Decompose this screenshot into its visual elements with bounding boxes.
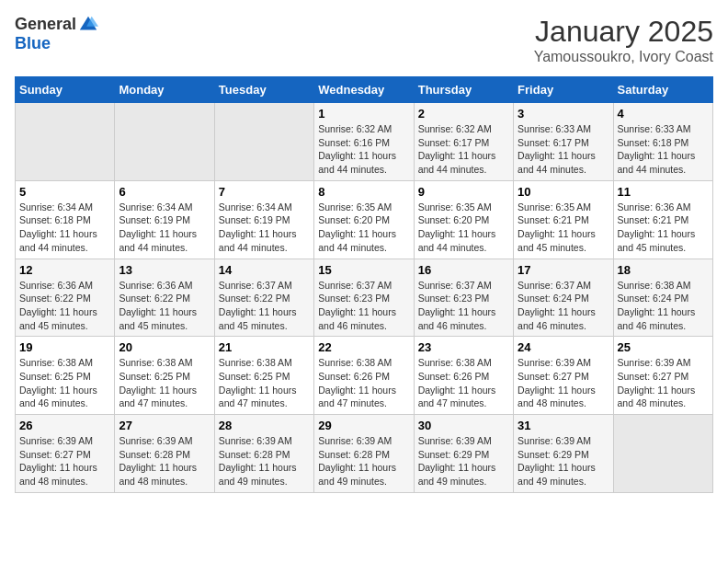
day-header-wednesday: Wednesday	[314, 77, 414, 103]
calendar-cell: 19Sunrise: 6:38 AM Sunset: 6:25 PM Dayli…	[16, 337, 115, 415]
calendar-subtitle: Yamoussoukro, Ivory Coast	[534, 49, 713, 65]
day-info: Sunrise: 6:36 AM Sunset: 6:21 PM Dayligh…	[618, 201, 709, 255]
calendar-cell: 17Sunrise: 6:37 AM Sunset: 6:24 PM Dayli…	[514, 259, 613, 337]
day-info: Sunrise: 6:39 AM Sunset: 6:28 PM Dayligh…	[119, 434, 210, 488]
day-header-row: SundayMondayTuesdayWednesdayThursdayFrid…	[16, 77, 713, 103]
day-info: Sunrise: 6:35 AM Sunset: 6:20 PM Dayligh…	[418, 201, 509, 255]
calendar-title: January 2025	[534, 15, 713, 49]
day-info: Sunrise: 6:36 AM Sunset: 6:22 PM Dayligh…	[119, 279, 210, 333]
week-row-5: 26Sunrise: 6:39 AM Sunset: 6:27 PM Dayli…	[16, 415, 713, 493]
day-info: Sunrise: 6:39 AM Sunset: 6:28 PM Dayligh…	[318, 434, 409, 488]
calendar-cell: 31Sunrise: 6:39 AM Sunset: 6:29 PM Dayli…	[514, 415, 613, 493]
day-info: Sunrise: 6:37 AM Sunset: 6:22 PM Dayligh…	[219, 279, 310, 333]
week-row-3: 12Sunrise: 6:36 AM Sunset: 6:22 PM Dayli…	[16, 259, 713, 337]
day-header-monday: Monday	[115, 77, 214, 103]
logo: General Blue	[15, 15, 98, 53]
calendar-cell: 27Sunrise: 6:39 AM Sunset: 6:28 PM Dayli…	[115, 415, 214, 493]
calendar-cell: 24Sunrise: 6:39 AM Sunset: 6:27 PM Dayli…	[514, 337, 613, 415]
calendar-cell: 20Sunrise: 6:38 AM Sunset: 6:25 PM Dayli…	[115, 337, 214, 415]
calendar-cell: 2Sunrise: 6:32 AM Sunset: 6:17 PM Daylig…	[414, 103, 513, 181]
calendar-cell: 6Sunrise: 6:34 AM Sunset: 6:19 PM Daylig…	[115, 180, 214, 259]
day-number: 8	[318, 185, 409, 199]
day-number: 22	[318, 340, 409, 354]
calendar-cell: 28Sunrise: 6:39 AM Sunset: 6:28 PM Dayli…	[214, 415, 313, 493]
logo-general: General	[15, 16, 76, 34]
logo-blue: Blue	[15, 35, 51, 53]
day-number: 30	[418, 419, 509, 432]
day-number: 21	[219, 340, 310, 354]
day-number: 28	[219, 419, 310, 432]
title-block: January 2025 Yamoussoukro, Ivory Coast	[534, 15, 713, 65]
day-number: 17	[518, 263, 609, 277]
day-info: Sunrise: 6:39 AM Sunset: 6:29 PM Dayligh…	[418, 434, 509, 488]
day-number: 4	[618, 107, 709, 121]
day-info: Sunrise: 6:38 AM Sunset: 6:25 PM Dayligh…	[219, 356, 310, 410]
day-number: 14	[219, 263, 310, 277]
day-header-friday: Friday	[514, 77, 613, 103]
day-number: 18	[618, 263, 709, 277]
day-info: Sunrise: 6:37 AM Sunset: 6:24 PM Dayligh…	[518, 279, 609, 333]
day-info: Sunrise: 6:38 AM Sunset: 6:26 PM Dayligh…	[318, 356, 409, 410]
day-number: 13	[119, 263, 210, 277]
calendar-cell: 23Sunrise: 6:38 AM Sunset: 6:26 PM Dayli…	[414, 337, 513, 415]
day-info: Sunrise: 6:34 AM Sunset: 6:19 PM Dayligh…	[219, 201, 310, 255]
calendar-cell	[16, 103, 115, 181]
page-header: General Blue January 2025 Yamoussoukro, …	[15, 15, 713, 65]
day-info: Sunrise: 6:38 AM Sunset: 6:25 PM Dayligh…	[119, 356, 210, 410]
day-number: 26	[19, 419, 110, 432]
day-number: 29	[318, 419, 409, 432]
calendar-cell: 8Sunrise: 6:35 AM Sunset: 6:20 PM Daylig…	[314, 180, 414, 259]
calendar-cell: 21Sunrise: 6:38 AM Sunset: 6:25 PM Dayli…	[214, 337, 313, 415]
day-info: Sunrise: 6:39 AM Sunset: 6:29 PM Dayligh…	[518, 434, 609, 488]
calendar-cell: 29Sunrise: 6:39 AM Sunset: 6:28 PM Dayli…	[314, 415, 414, 493]
calendar-cell: 22Sunrise: 6:38 AM Sunset: 6:26 PM Dayli…	[314, 337, 414, 415]
day-info: Sunrise: 6:39 AM Sunset: 6:27 PM Dayligh…	[19, 434, 110, 488]
calendar-cell: 9Sunrise: 6:35 AM Sunset: 6:20 PM Daylig…	[414, 180, 513, 259]
day-number: 12	[19, 263, 110, 277]
day-info: Sunrise: 6:35 AM Sunset: 6:21 PM Dayligh…	[518, 201, 609, 255]
day-number: 24	[518, 340, 609, 354]
day-number: 16	[418, 263, 509, 277]
calendar-cell: 13Sunrise: 6:36 AM Sunset: 6:22 PM Dayli…	[115, 259, 214, 337]
day-header-sunday: Sunday	[16, 77, 115, 103]
calendar-cell: 1Sunrise: 6:32 AM Sunset: 6:16 PM Daylig…	[314, 103, 414, 181]
calendar-cell: 4Sunrise: 6:33 AM Sunset: 6:18 PM Daylig…	[613, 103, 712, 181]
day-info: Sunrise: 6:38 AM Sunset: 6:26 PM Dayligh…	[418, 356, 509, 410]
week-row-4: 19Sunrise: 6:38 AM Sunset: 6:25 PM Dayli…	[16, 337, 713, 415]
day-number: 7	[219, 185, 310, 199]
day-number: 27	[119, 419, 210, 432]
day-number: 31	[518, 419, 609, 432]
calendar-cell: 25Sunrise: 6:39 AM Sunset: 6:27 PM Dayli…	[613, 337, 712, 415]
calendar-cell: 7Sunrise: 6:34 AM Sunset: 6:19 PM Daylig…	[214, 180, 313, 259]
day-number: 1	[318, 107, 409, 121]
day-header-thursday: Thursday	[414, 77, 513, 103]
calendar-cell	[214, 103, 313, 181]
calendar-cell: 3Sunrise: 6:33 AM Sunset: 6:17 PM Daylig…	[514, 103, 613, 181]
day-info: Sunrise: 6:39 AM Sunset: 6:27 PM Dayligh…	[518, 356, 609, 410]
day-info: Sunrise: 6:32 AM Sunset: 6:17 PM Dayligh…	[418, 122, 509, 177]
calendar-cell	[613, 415, 712, 493]
day-info: Sunrise: 6:33 AM Sunset: 6:18 PM Dayligh…	[618, 122, 709, 177]
day-number: 11	[618, 185, 709, 199]
day-number: 6	[119, 185, 210, 199]
day-info: Sunrise: 6:33 AM Sunset: 6:17 PM Dayligh…	[518, 122, 609, 177]
day-info: Sunrise: 6:39 AM Sunset: 6:27 PM Dayligh…	[618, 356, 709, 410]
day-number: 23	[418, 340, 509, 354]
day-header-tuesday: Tuesday	[214, 77, 313, 103]
day-number: 9	[418, 185, 509, 199]
day-number: 3	[518, 107, 609, 121]
calendar-cell: 10Sunrise: 6:35 AM Sunset: 6:21 PM Dayli…	[514, 180, 613, 259]
day-number: 19	[19, 340, 110, 354]
logo-icon	[78, 15, 98, 35]
day-info: Sunrise: 6:37 AM Sunset: 6:23 PM Dayligh…	[418, 279, 509, 333]
calendar-cell: 11Sunrise: 6:36 AM Sunset: 6:21 PM Dayli…	[613, 180, 712, 259]
day-info: Sunrise: 6:37 AM Sunset: 6:23 PM Dayligh…	[318, 279, 409, 333]
calendar-cell: 12Sunrise: 6:36 AM Sunset: 6:22 PM Dayli…	[16, 259, 115, 337]
week-row-1: 1Sunrise: 6:32 AM Sunset: 6:16 PM Daylig…	[16, 103, 713, 181]
day-info: Sunrise: 6:38 AM Sunset: 6:25 PM Dayligh…	[19, 356, 110, 410]
day-number: 20	[119, 340, 210, 354]
calendar-cell: 16Sunrise: 6:37 AM Sunset: 6:23 PM Dayli…	[414, 259, 513, 337]
day-info: Sunrise: 6:39 AM Sunset: 6:28 PM Dayligh…	[219, 434, 310, 488]
calendar-cell: 15Sunrise: 6:37 AM Sunset: 6:23 PM Dayli…	[314, 259, 414, 337]
calendar-cell: 14Sunrise: 6:37 AM Sunset: 6:22 PM Dayli…	[214, 259, 313, 337]
